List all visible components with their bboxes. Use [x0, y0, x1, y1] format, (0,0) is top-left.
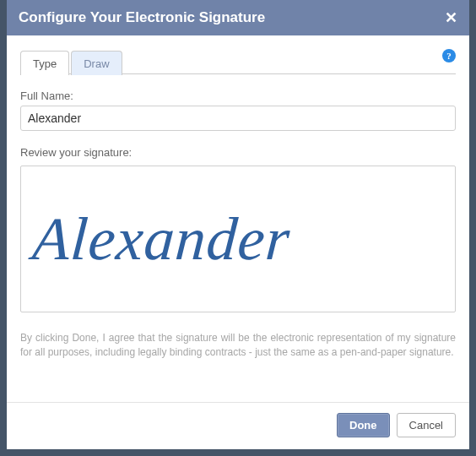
- close-icon[interactable]: ✕: [445, 10, 457, 25]
- tab-draw[interactable]: Draw: [71, 51, 122, 75]
- dialog-titlebar: Configure Your Electronic Signature ✕: [7, 0, 469, 35]
- cancel-button[interactable]: Cancel: [397, 413, 456, 437]
- dialog-footer: Done Cancel: [7, 402, 469, 449]
- signature-preview-text: Alexander: [30, 209, 292, 269]
- done-button[interactable]: Done: [337, 413, 390, 437]
- dialog-body: Type Draw ? Full Name: Review your signa…: [7, 35, 469, 388]
- help-icon[interactable]: ?: [442, 49, 456, 62]
- full-name-label: Full Name:: [20, 90, 456, 102]
- dialog-title: Configure Your Electronic Signature: [19, 9, 265, 26]
- signature-preview-box: Alexander: [20, 166, 456, 312]
- tab-type[interactable]: Type: [20, 51, 69, 75]
- tabs-row: Type Draw ?: [20, 46, 456, 74]
- full-name-input[interactable]: [20, 106, 456, 131]
- signature-dialog: Configure Your Electronic Signature ✕ Ty…: [0, 0, 476, 456]
- disclaimer-text: By clicking Done, I agree that the signa…: [20, 331, 456, 361]
- review-label: Review your signature:: [20, 146, 456, 159]
